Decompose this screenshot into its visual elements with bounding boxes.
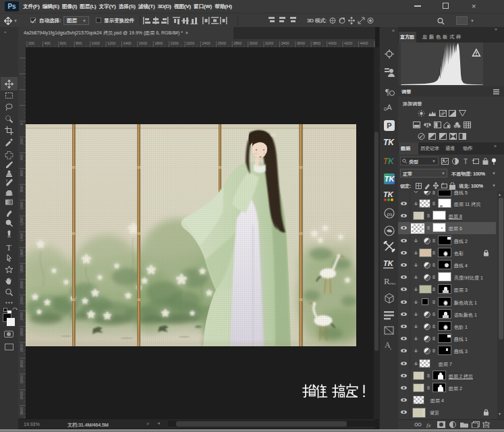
svg-text:4400: 4400: [360, 41, 368, 45]
svg-text:0: 0: [20, 123, 24, 125]
svg-text:1800: 1800: [155, 41, 163, 45]
svg-text:4200: 4200: [344, 41, 352, 45]
svg-text:4000: 4000: [329, 41, 337, 45]
svg-text:3600: 3600: [297, 41, 305, 45]
svg-text:1200: 1200: [20, 217, 24, 225]
svg-text:2200: 2200: [20, 296, 24, 304]
svg-text:3000: 3000: [250, 41, 258, 45]
svg-text:2800: 2800: [20, 344, 24, 352]
svg-text:400: 400: [44, 41, 50, 45]
svg-text:fx: fx: [426, 422, 431, 429]
svg-text:T: T: [464, 158, 468, 165]
svg-text:1400: 1400: [123, 41, 131, 45]
svg-text:3200: 3200: [265, 41, 273, 45]
svg-text:2800: 2800: [233, 41, 242, 45]
svg-text:3800: 3800: [312, 41, 320, 45]
svg-text:¶: ¶: [385, 86, 389, 97]
svg-text:3400: 3400: [20, 391, 24, 399]
svg-text:3600: 3600: [20, 407, 24, 415]
svg-text:2400: 2400: [20, 312, 24, 320]
svg-text:1200: 1200: [107, 41, 115, 45]
svg-text:2600: 2600: [218, 41, 226, 45]
svg-text:3400: 3400: [281, 41, 289, 45]
svg-text:1000: 1000: [20, 202, 24, 210]
svg-text:3000: 3000: [20, 360, 24, 368]
svg-text:1600: 1600: [20, 249, 24, 257]
svg-text:200: 200: [20, 138, 24, 144]
svg-text:2600: 2600: [20, 328, 24, 336]
svg-text:2000: 2000: [171, 41, 179, 45]
svg-text:2400: 2400: [202, 41, 210, 45]
svg-text:1600: 1600: [139, 41, 147, 45]
svg-text:800: 800: [76, 41, 82, 45]
svg-text:ps: ps: [387, 211, 393, 217]
svg-text:400: 400: [20, 154, 24, 160]
svg-text:3200: 3200: [20, 375, 24, 383]
svg-text:2000: 2000: [20, 281, 24, 289]
svg-text:1800: 1800: [20, 265, 24, 273]
svg-text:600: 600: [60, 41, 66, 45]
svg-text:600: 600: [20, 170, 24, 176]
svg-text:200: 200: [28, 41, 34, 45]
svg-text:T: T: [7, 243, 12, 252]
svg-text:1400: 1400: [20, 233, 24, 241]
svg-text:2200: 2200: [186, 41, 194, 45]
svg-text:800: 800: [20, 186, 24, 192]
svg-text:1000: 1000: [92, 41, 100, 45]
